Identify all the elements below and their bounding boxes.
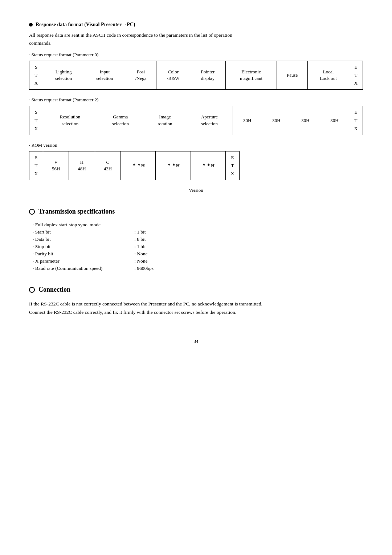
color-cell: Color/B&W <box>156 61 190 90</box>
page-number: — 34 — <box>29 339 363 344</box>
spec-label-fulldup: · Full duplex start-stop sync. mode <box>33 222 134 228</box>
spec-label-stop: · Stop bit <box>33 244 134 250</box>
format0-label: · Status request format (Parameter 0) <box>29 52 363 58</box>
pointer-cell: Pointerdisplay <box>190 61 225 90</box>
gamma-cell: Gammaselection <box>97 106 144 135</box>
connection-line2: Connect the RS-232C cable correctly, and… <box>29 309 236 315</box>
spec-label-data: · Data bit <box>33 236 134 242</box>
connection-text: If the RS-232C cable is not correctly co… <box>29 300 363 317</box>
h-line-left <box>152 189 186 192</box>
spec-value-parity: : None <box>134 251 147 257</box>
connection-title-text: Connection <box>38 286 70 293</box>
resolution-cell: Resolutionselection <box>43 106 97 135</box>
pause-cell: Pause <box>277 61 308 90</box>
parameter0-table: STX Lightingselection Inputselection Pos… <box>29 61 363 90</box>
electronic-cell: Electronicmagnificant <box>225 61 277 90</box>
spec-row-xparam: · X parameter : None <box>33 258 363 264</box>
spec-label-start: · Start bit <box>33 229 134 235</box>
section-header: Response data format (Visual Presenter→P… <box>29 22 363 28</box>
version-line: Version <box>149 187 243 193</box>
transmission-title: Transmission specifications <box>29 208 363 215</box>
h-line-right <box>206 189 240 192</box>
input-cell: Inputselection <box>84 61 125 90</box>
v-cell: V56H <box>43 151 69 180</box>
spec-value-baud: : 9600bps <box>134 266 154 271</box>
format2-label: · Status request format (Parameter 2) <box>29 97 363 103</box>
spec-value-stop: : 1 bit <box>134 244 146 250</box>
spec-row-stop: · Stop bit : 1 bit <box>33 244 363 250</box>
30h-1-cell: 30H <box>233 106 262 135</box>
left-bracket <box>149 189 152 192</box>
30h-2-cell: 30H <box>262 106 291 135</box>
30h-3-cell: 30H <box>291 106 320 135</box>
c-cell: C43H <box>95 151 121 180</box>
star1-cell: ＊＊H <box>121 151 156 180</box>
30h-4-cell: 30H <box>320 106 349 135</box>
spec-row-data: · Data bit : 8 bit <box>33 236 363 242</box>
etx-cell-3: ETX <box>226 151 240 180</box>
right-bracket <box>240 189 243 192</box>
spec-row-fulldup: · Full duplex start-stop sync. mode <box>33 222 363 228</box>
spec-list: · Full duplex start-stop sync. mode · St… <box>33 222 363 271</box>
connection-line1: If the RS-232C cable is not correctly co… <box>29 301 262 307</box>
version-bracket: Version <box>149 187 243 193</box>
stx-cell-3: STX <box>29 151 43 180</box>
image-cell: Imagerotation <box>144 106 186 135</box>
star3-cell: ＊＊H <box>191 151 225 180</box>
parameter2-table: STX Resolutionselection Gammaselection I… <box>29 106 363 135</box>
star2-cell: ＊＊H <box>156 151 191 180</box>
transmission-section: Transmission specifications · Full duple… <box>29 208 363 271</box>
etx-cell: ETX <box>349 61 363 90</box>
section-header-text: Response data format (Visual Presenter→P… <box>36 22 135 28</box>
lighting-cell: Lightingselection <box>43 61 84 90</box>
version-text: Version <box>186 187 206 193</box>
h-cell: H48H <box>69 151 95 180</box>
posi-cell: Posi/Nega <box>125 61 156 90</box>
connection-section: Connection If the RS-232C cable is not c… <box>29 286 363 317</box>
connection-title: Connection <box>29 286 363 293</box>
spec-value-data: : 8 bit <box>134 236 146 242</box>
stx-cell-2: STX <box>29 106 43 135</box>
aperture-cell: Apertureselection <box>186 106 233 135</box>
bullet-icon <box>29 23 33 27</box>
spec-row-start: · Start bit : 1 bit <box>33 229 363 235</box>
spec-row-parity: · Parity bit : None <box>33 251 363 257</box>
transmission-title-text: Transmission specifications <box>38 208 115 215</box>
etx-cell-2: ETX <box>349 106 363 135</box>
rom-version-table: STX V56H H48H C43H ＊＊H ＊＊H ＊＊H ETX <box>29 151 240 180</box>
circle-icon <box>29 209 35 215</box>
spec-row-baud: · Baud rate (Communication speed) : 9600… <box>33 266 363 271</box>
spec-value-xparam: : None <box>134 258 147 264</box>
description: All response data are sent in the ASCII … <box>29 31 363 47</box>
local-lock-cell: LocalLock out <box>308 61 349 90</box>
response-data-format-section: Response data format (Visual Presenter→P… <box>29 22 363 193</box>
spec-label-xparam: · X parameter <box>33 258 134 264</box>
stx-cell: STX <box>29 61 43 90</box>
rom-label: · ROM version <box>29 142 363 148</box>
spec-label-parity: · Parity bit <box>33 251 134 257</box>
circle-icon-2 <box>29 287 35 293</box>
spec-label-baud: · Baud rate (Communication speed) <box>33 266 134 271</box>
spec-value-start: : 1 bit <box>134 229 146 235</box>
